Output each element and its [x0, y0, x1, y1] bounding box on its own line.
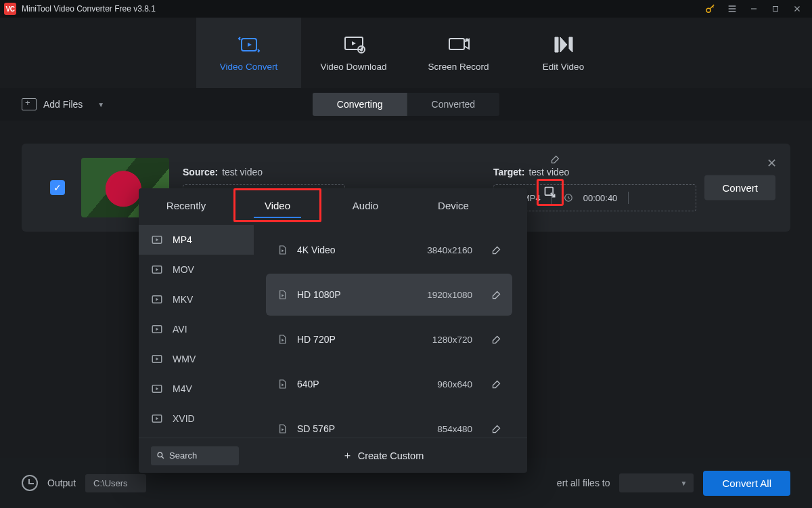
- source-name: test video: [222, 167, 263, 177]
- preset-edit-icon[interactable]: [491, 245, 501, 255]
- format-item-m4v[interactable]: M4V: [139, 374, 254, 404]
- format-file-icon: [151, 383, 164, 394]
- format-file-icon: [151, 234, 164, 245]
- item-checkbox[interactable]: ✓: [50, 180, 65, 195]
- clock-icon: [563, 192, 574, 203]
- preset-item[interactable]: HD 720P1280x720: [266, 318, 512, 360]
- preset-name: HD 720P: [297, 334, 423, 345]
- format-name: MP4: [173, 234, 192, 245]
- svg-point-20: [158, 452, 162, 457]
- output-label: Output: [47, 478, 76, 488]
- app-logo-icon: VC: [4, 3, 16, 15]
- rename-target-icon[interactable]: [550, 154, 560, 165]
- tab-screen-record[interactable]: Screen Record: [406, 18, 511, 88]
- format-item-mp4[interactable]: MP4: [139, 225, 254, 255]
- target-label: Target:: [493, 167, 524, 177]
- titlebar: VC MiniTool Video Converter Free v3.8.1: [0, 0, 812, 18]
- preset-edit-icon[interactable]: [491, 335, 501, 345]
- add-files-button[interactable]: Add Files ▼: [22, 98, 104, 110]
- preset-list[interactable]: 4K Video3840x2160HD 1080P1920x1080HD 720…: [254, 222, 527, 438]
- picker-footer: Search ＋ Create Custom: [139, 438, 527, 473]
- svg-point-0: [706, 8, 710, 12]
- download-icon: [341, 35, 367, 55]
- preset-name: 4K Video: [297, 245, 418, 255]
- tab-label: Video Download: [320, 62, 386, 72]
- format-item-mkv[interactable]: MKV: [139, 284, 254, 314]
- video-file-icon: [277, 379, 288, 389]
- picker-tab-device[interactable]: Device: [409, 188, 497, 222]
- preset-edit-icon[interactable]: [491, 290, 501, 300]
- preset-edit-icon[interactable]: [491, 424, 501, 434]
- tab-video-download[interactable]: Video Download: [301, 18, 406, 88]
- svg-rect-5: [449, 39, 464, 49]
- format-name: MOV: [173, 264, 194, 275]
- record-icon: [446, 35, 472, 55]
- remove-item-icon[interactable]: ✕: [767, 156, 777, 171]
- tab-label: Screen Record: [428, 62, 489, 72]
- preset-resolution: 1920x1080: [427, 290, 472, 300]
- edit-video-icon: [551, 35, 577, 55]
- format-file-icon: [151, 264, 164, 275]
- license-key-icon[interactable]: [700, 1, 721, 16]
- preset-name: SD 576P: [297, 423, 428, 434]
- preset-edit-icon[interactable]: [491, 379, 501, 389]
- format-picker: Recently Video Audio Device MP4MOVMKVAVI…: [139, 188, 527, 473]
- tab-edit-video[interactable]: Edit Video: [511, 18, 616, 88]
- preset-item[interactable]: 4K Video3840x2160: [266, 229, 512, 271]
- convert-icon: [236, 35, 262, 55]
- preset-resolution: 854x480: [437, 424, 472, 434]
- tab-video-convert[interactable]: Video Convert: [196, 18, 301, 88]
- format-item-wmv[interactable]: WMV: [139, 344, 254, 374]
- output-path-field[interactable]: C:\Users: [85, 474, 146, 492]
- create-custom-button[interactable]: ＋ Create Custom: [239, 449, 527, 462]
- maximize-icon[interactable]: [765, 1, 786, 16]
- convert-button[interactable]: Convert: [704, 175, 775, 200]
- svg-point-6: [465, 38, 468, 41]
- video-file-icon: [277, 245, 288, 255]
- format-name: AVI: [173, 324, 187, 335]
- merge-label: ert all files to: [557, 478, 610, 488]
- schedule-icon[interactable]: [22, 475, 38, 491]
- preset-resolution: 1280x720: [432, 335, 472, 345]
- convert-all-button[interactable]: Convert All: [703, 471, 790, 496]
- toolbar: Add Files ▼ Converting Converted: [0, 88, 812, 121]
- picker-tab-video[interactable]: Video: [233, 188, 321, 222]
- format-file-icon: [151, 294, 164, 305]
- top-nav: Video Convert Video Download Screen Reco…: [0, 18, 812, 88]
- format-file-icon: [151, 324, 164, 335]
- format-list[interactable]: MP4MOVMKVAVIWMVM4VXVIDASF: [139, 222, 254, 438]
- window-title: MiniTool Video Converter Free v3.8.1: [22, 4, 156, 14]
- picker-tab-recently[interactable]: Recently: [139, 188, 233, 222]
- add-files-label: Add Files: [43, 99, 83, 110]
- minimize-icon[interactable]: [743, 1, 765, 16]
- search-placeholder: Search: [169, 450, 197, 461]
- target-preset-expand-button[interactable]: [541, 184, 559, 201]
- target-duration: 00:00:40: [583, 193, 618, 203]
- preset-item[interactable]: SD 576P854x480: [266, 408, 512, 438]
- video-file-icon: [277, 423, 288, 434]
- picker-tab-audio[interactable]: Audio: [321, 188, 409, 222]
- merge-format-dropdown[interactable]: ▼: [619, 473, 694, 492]
- format-name: WMV: [173, 354, 196, 364]
- format-name: MKV: [173, 294, 193, 305]
- menu-icon[interactable]: [721, 1, 743, 16]
- format-item-avi[interactable]: AVI: [139, 314, 254, 344]
- add-files-icon: [22, 98, 37, 110]
- format-item-xvid[interactable]: XVID: [139, 404, 254, 433]
- preset-item[interactable]: HD 1080P1920x1080: [266, 274, 512, 316]
- source-label: Source:: [183, 167, 218, 177]
- create-custom-label: Create Custom: [358, 450, 424, 461]
- seg-converting[interactable]: Converting: [313, 93, 407, 116]
- status-segment: Converting Converted: [313, 93, 499, 116]
- preset-item[interactable]: 640P960x640: [266, 363, 512, 405]
- chevron-down-icon[interactable]: ▼: [97, 101, 104, 108]
- preset-resolution: 3840x2160: [427, 245, 472, 255]
- seg-converted[interactable]: Converted: [407, 93, 500, 116]
- close-icon[interactable]: [786, 1, 808, 16]
- plus-icon: ＋: [342, 449, 353, 462]
- format-search-input[interactable]: Search: [151, 446, 239, 465]
- video-file-icon: [277, 334, 288, 345]
- format-item-mov[interactable]: MOV: [139, 255, 254, 284]
- format-name: M4V: [173, 383, 192, 394]
- picker-tabs: Recently Video Audio Device: [139, 188, 527, 222]
